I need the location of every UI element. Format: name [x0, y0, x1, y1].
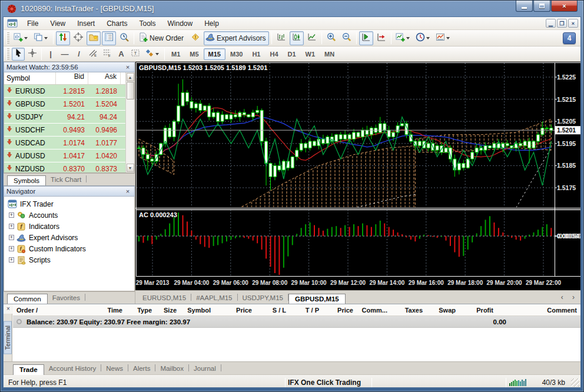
minimize-button[interactable] [516, 1, 533, 12]
expert-advisors-toggle[interactable]: Expert Advisors [204, 31, 269, 45]
mdi-close-button[interactable]: × [568, 19, 578, 28]
indicators-button[interactable] [394, 31, 413, 45]
strategy-tester-button[interactable] [117, 31, 131, 45]
one-click-trading-label[interactable]: IFX One Click Trading [288, 378, 369, 387]
terminal-column-taxes[interactable]: Taxes [391, 307, 426, 314]
candlestick-button[interactable] [290, 31, 304, 45]
new-order-button[interactable]: New Order [137, 31, 187, 45]
bar-chart-button[interactable] [274, 31, 288, 45]
navigator-title[interactable]: Navigator × [4, 186, 135, 197]
templates-button-dropdown-icon[interactable] [446, 37, 450, 39]
hline-tool[interactable]: — [58, 48, 71, 61]
crosshair-tool[interactable] [26, 48, 39, 61]
scroll-down-icon[interactable]: ▼ [127, 164, 134, 172]
terminal-column-price[interactable]: Price [323, 307, 357, 314]
chart-tabs-scroll-arrows[interactable]: ‹ › [561, 293, 578, 301]
timeframe-m15[interactable]: M15 [204, 48, 225, 60]
terminal-side-tab[interactable]: Terminal [4, 314, 12, 361]
timeframe-mn[interactable]: MN [320, 48, 339, 60]
terminal-column-price[interactable]: Price [214, 307, 256, 314]
text-tool[interactable]: A [115, 48, 128, 61]
menu-view[interactable]: View [44, 18, 71, 29]
navigator-tree[interactable]: IFX Trader+Accounts+fIndicators+Expert A… [4, 197, 135, 291]
vline-tool[interactable]: | [44, 48, 57, 61]
terminal-column-time[interactable]: Time [51, 307, 126, 314]
market-watch-scrollbar[interactable]: ▲ ▼ [125, 72, 134, 172]
market-watch-toggle[interactable] [56, 31, 70, 45]
expand-icon[interactable]: + [9, 235, 14, 240]
channel-tool[interactable]: E [87, 48, 99, 61]
navigator-close-icon[interactable]: × [124, 188, 132, 195]
chart-tab-gbpusd-m15[interactable]: GBPUSD,M15 [288, 294, 346, 304]
terminal-column-profit[interactable]: Profit [459, 307, 497, 314]
chart-tab--aapl-m15[interactable]: #AAPL,M15 [191, 293, 237, 304]
terminal-tab-trade[interactable]: Trade [13, 364, 44, 375]
new-chart-button[interactable] [12, 31, 31, 45]
timeframe-d1[interactable]: D1 [283, 48, 301, 60]
terminal-tab-alerts[interactable]: Alerts [128, 364, 155, 374]
terminal-header-row[interactable]: Order /TimeTypeSizeSymbolPriceS / LT / P… [13, 304, 580, 316]
expand-icon[interactable]: + [9, 224, 14, 229]
expand-icon[interactable]: + [9, 246, 14, 251]
terminal-column-order[interactable]: Order / [13, 307, 51, 314]
navigator-tab-favorites[interactable]: Favorites [48, 293, 85, 304]
timeframe-w1[interactable]: W1 [301, 48, 320, 60]
tree-item-scripts[interactable]: +Scripts [6, 254, 134, 265]
navigator-toggle[interactable] [87, 31, 101, 45]
terminal-column-comm-[interactable]: Comm... [357, 307, 391, 314]
terminal-column-type[interactable]: Type [126, 307, 155, 314]
label-tool[interactable]: T [129, 48, 142, 61]
menu-file[interactable]: File [21, 18, 44, 29]
scroll-up-icon[interactable]: ▲ [127, 73, 134, 81]
zoom-in-button[interactable] [324, 31, 339, 45]
timeframe-m5[interactable]: M5 [185, 48, 203, 60]
new-chart-button-dropdown-icon[interactable] [24, 37, 28, 39]
price-chart[interactable]: 1.52251.52151.52051.51951.51851.51751.52… [135, 62, 581, 290]
symbol-row[interactable]: USDJPY94.2194.24 [4, 111, 125, 123]
close-button[interactable]: × [551, 1, 578, 12]
terminal-tab-journal[interactable]: Journal [189, 364, 221, 374]
periods-button-dropdown-icon[interactable] [426, 37, 430, 39]
autoscroll-toggle[interactable] [359, 31, 373, 45]
terminal-column-t-p[interactable]: T / P [290, 307, 323, 314]
symbol-row[interactable]: USDCHF0.94930.9496 [4, 124, 125, 136]
symbol-row[interactable]: EURUSD1.28151.2818 [4, 85, 125, 97]
menu-window[interactable]: Window [162, 18, 199, 29]
zoom-out-button[interactable] [340, 31, 354, 45]
arrows-tool[interactable] [143, 48, 162, 61]
resize-grip[interactable] [571, 378, 579, 387]
terminal-column-swap[interactable]: Swap [426, 307, 459, 314]
chart-tab-usdjpy-m15[interactable]: USDJPY,M15 [238, 293, 288, 304]
symbol-row[interactable]: AUDUSD1.04171.0420 [4, 150, 125, 162]
tree-item-custom-indicators[interactable]: +fCustom Indicators [6, 243, 134, 254]
market-watch-close-icon[interactable]: × [124, 64, 132, 71]
scroll-thumb[interactable] [127, 82, 134, 99]
indicators-button-dropdown-icon[interactable] [406, 37, 410, 39]
market-watch-tab-symbols[interactable]: Symbols [7, 175, 46, 186]
terminal-column-comment[interactable]: Comment [497, 307, 580, 314]
timeframe-h4[interactable]: H4 [265, 48, 283, 60]
chart-tab-eurusd-m15[interactable]: EURUSD,M15 [138, 293, 191, 304]
navigator-tab-common[interactable]: Common [7, 294, 48, 304]
chart-shift-button[interactable] [374, 31, 389, 45]
data-window-button[interactable] [71, 31, 85, 45]
tree-item-expert-advisors[interactable]: +Expert Advisors [6, 232, 134, 243]
mdi-minimize-button[interactable]: ▁ [546, 19, 556, 28]
terminal-column-s-l[interactable]: S / L [256, 307, 290, 314]
templates-button[interactable] [434, 31, 453, 45]
terminal-tab-mailbox[interactable]: Mailbox [155, 364, 188, 374]
market-watch-table[interactable]: SymbolBidAskEURUSD1.28151.2818GBPUSD1.52… [4, 72, 125, 172]
terminal-column-symbol[interactable]: Symbol [180, 307, 214, 314]
menu-tools[interactable]: Tools [134, 18, 162, 29]
mdi-restore-button[interactable]: ❐ [557, 19, 567, 28]
terminal-tab-account-history[interactable]: Account History [44, 364, 101, 374]
fibonacci-tool[interactable]: F [101, 48, 114, 61]
maximize-button[interactable] [533, 1, 550, 12]
symbol-row[interactable]: GBPUSD1.52011.5204 [4, 98, 125, 110]
tree-item-indicators[interactable]: +fIndicators [6, 221, 134, 232]
profiles-button[interactable] [32, 31, 51, 45]
tree-item-accounts[interactable]: +Accounts [6, 210, 134, 221]
terminal-toggle[interactable] [102, 31, 116, 45]
profiles-button-dropdown-icon[interactable] [44, 37, 48, 39]
menu-help[interactable]: Help [198, 18, 225, 29]
